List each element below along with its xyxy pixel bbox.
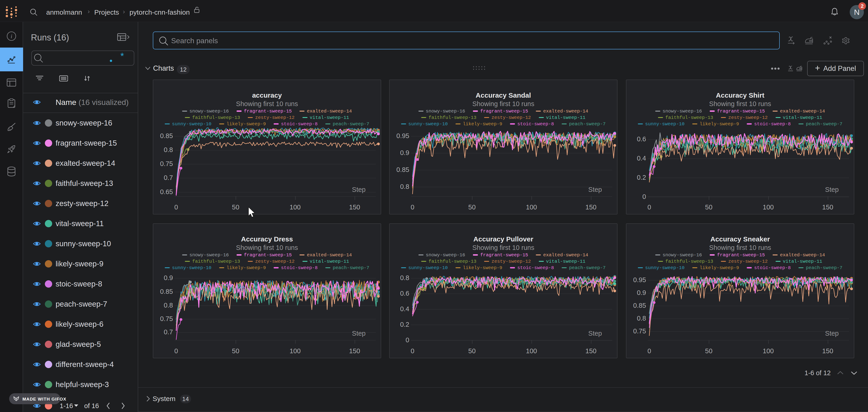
svg-text:i: i [10,33,12,39]
